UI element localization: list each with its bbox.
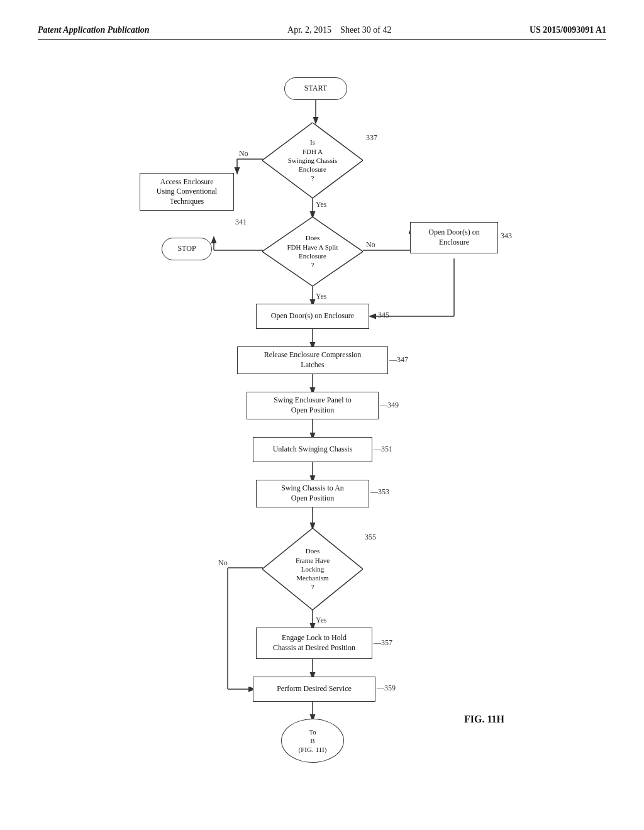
svg-text:Yes: Yes: [316, 292, 327, 301]
patent-number: US 2015/0093091 A1: [530, 25, 606, 35]
publication-label: Patent Application Publication: [38, 25, 150, 35]
svg-text:—347: —347: [389, 355, 408, 364]
release-latches-node: Release Enclosure CompressionLatches: [237, 346, 388, 374]
svg-text:Yes: Yes: [316, 200, 327, 209]
svg-text:No: No: [366, 240, 375, 249]
date-label: Apr. 2, 2015: [287, 25, 331, 35]
page-header: Patent Application Publication Apr. 2, 2…: [38, 25, 606, 40]
flowchart: No No Yes 337 No Yes 341 343: [102, 52, 542, 775]
diamond-337: IsFDH ASwinging ChassisEnclosure?: [262, 123, 363, 198]
stop-node: STOP: [162, 238, 212, 260]
svg-text:No: No: [218, 558, 228, 567]
svg-text:355: 355: [365, 533, 376, 541]
end-circle-node: ToB(FIG. 11I): [281, 719, 344, 763]
svg-text:—357: —357: [373, 638, 392, 647]
access-enclosure-node: Access EnclosureUsing ConventionalTechni…: [140, 173, 234, 211]
svg-text:—353: —353: [370, 487, 389, 496]
open-doors-345-node: Open Door(s) on Enclosure: [256, 304, 369, 329]
date-sheet: Apr. 2, 2015 Sheet 30 of 42: [287, 25, 391, 35]
svg-text:—349: —349: [379, 401, 399, 409]
sheet-label: Sheet 30 of 42: [340, 25, 391, 35]
perform-service-node: Perform Desired Service: [253, 677, 375, 702]
svg-text:337: 337: [366, 133, 377, 142]
svg-text:—359: —359: [376, 683, 396, 692]
open-doors-343-node: Open Door(s) onEnclosure: [410, 222, 498, 253]
page: Patent Application Publication Apr. 2, 2…: [0, 0, 644, 830]
svg-text:341: 341: [235, 218, 247, 226]
svg-text:—345: —345: [370, 311, 389, 319]
diamond-341: DoesFDH Have A SplitEnclosure?: [262, 217, 363, 286]
engage-lock-node: Engage Lock to HoldChassis at Desired Po…: [256, 628, 372, 659]
figure-label: FIG. 11H: [464, 714, 504, 725]
start-node: START: [284, 77, 347, 100]
svg-text:No: No: [239, 149, 248, 158]
swing-chassis-node: Swing Chassis to AnOpen Position: [256, 480, 369, 507]
swing-panel-node: Swing Enclosure Panel toOpen Position: [247, 392, 379, 419]
svg-text:—351: —351: [373, 445, 392, 453]
svg-text:Yes: Yes: [316, 616, 327, 624]
unlatch-chassis-node: Unlatch Swinging Chassis: [253, 437, 372, 462]
svg-text:343: 343: [501, 231, 512, 240]
diamond-355: DoesFrame HaveLockingMechanism?: [262, 528, 363, 610]
